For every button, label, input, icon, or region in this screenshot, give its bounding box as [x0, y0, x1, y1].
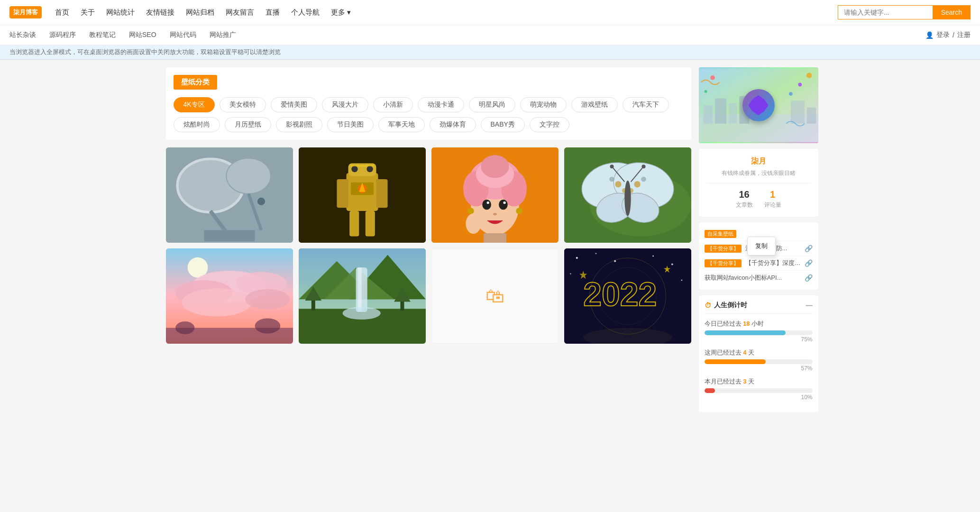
left-content: 壁纸分类 4K专区 美女模特 爱情美图 风漫大片 小清新 动漫卡通 明星风尚 萌…	[158, 67, 699, 412]
link-badge-1: 【千货分享】	[705, 245, 742, 253]
sidebar-link-0[interactable]: 自采集壁纸 复制	[705, 227, 813, 241]
nav-stats[interactable]: 网站统计	[106, 8, 135, 17]
svg-point-83	[681, 280, 682, 281]
tag-celebrity[interactable]: 明星风尚	[469, 97, 515, 112]
tag-car[interactable]: 汽车天下	[623, 97, 669, 112]
svg-rect-11	[376, 179, 387, 208]
marquee-text: 当浏览器进入全屏模式，可在桌面浏览器的画面设置中关闭放大功能，双箱箱设置平稳可以…	[9, 48, 281, 56]
tag-calendar[interactable]: 月历壁纸	[225, 117, 271, 132]
countdown-icon: ⏱	[705, 302, 711, 309]
second-nav-seo[interactable]: 网站SEO	[129, 31, 156, 39]
tag-movie[interactable]: 影视剧照	[276, 117, 322, 132]
tag-fresh[interactable]: 小清新	[373, 97, 413, 112]
tag-pet[interactable]: 萌宠动物	[520, 97, 567, 112]
user-name: 柒月	[706, 156, 811, 166]
tag-sports[interactable]: 劲爆体育	[430, 117, 476, 132]
register-link[interactable]: 注册	[957, 31, 971, 39]
image-card-clouds[interactable]	[166, 248, 293, 344]
sidebar-link-3[interactable]: 获取网站favicon小图标API... 🔗	[705, 271, 813, 285]
svg-point-43	[615, 181, 621, 187]
image-card-placeholder[interactable]: 🛍	[431, 248, 559, 344]
svg-point-71	[342, 307, 380, 320]
tag-love[interactable]: 爱情美图	[271, 97, 317, 112]
articles-stat: 16 文章数	[736, 189, 753, 209]
countdown-today-label: 今日已经过去 18 小时	[705, 320, 813, 328]
login-link[interactable]: 登录	[936, 31, 950, 39]
svg-rect-17	[350, 165, 373, 167]
nav-message[interactable]: 网友留言	[226, 8, 254, 17]
second-nav-source[interactable]: 源码程序	[49, 31, 76, 39]
tag-beauty[interactable]: 美女模特	[220, 97, 266, 112]
context-copy[interactable]: 复制	[748, 239, 775, 253]
svg-point-47	[609, 177, 614, 182]
svg-point-35	[516, 208, 522, 214]
chevron-down-icon: ▾	[347, 8, 351, 17]
main-layout: 壁纸分类 4K专区 美女模特 爱情美图 风漫大片 小清新 动漫卡通 明星风尚 萌…	[158, 60, 822, 420]
tag-text[interactable]: 文字控	[530, 117, 569, 132]
image-card-stars2022[interactable]: 2022	[564, 248, 691, 344]
countdown-today: 今日已经过去 18 小时 75%	[705, 320, 813, 343]
progress-month	[705, 388, 715, 393]
svg-point-100	[704, 90, 707, 93]
countdown-dash: —	[806, 302, 813, 309]
countdown-month: 本月已经过去 3 天 10%	[705, 377, 813, 401]
tag-baby[interactable]: BABY秀	[481, 117, 525, 132]
svg-point-78	[595, 253, 596, 254]
link-text-2: 【千货分享】深度解析高防...	[745, 259, 801, 267]
image-card-waterfall[interactable]	[299, 248, 426, 344]
search-input[interactable]	[838, 5, 933, 19]
svg-rect-72	[311, 299, 315, 311]
image-card-butterfly[interactable]	[564, 147, 691, 243]
progress-month-pct: 10%	[705, 394, 813, 401]
comments-count: 1	[764, 189, 781, 200]
search-button[interactable]: Search	[933, 5, 971, 19]
tag-cartoon[interactable]: 动漫卡通	[418, 97, 464, 112]
countdown-week-label: 这周已经过去 4 天	[705, 348, 813, 357]
nav-more[interactable]: 更多 ▾	[331, 8, 351, 17]
svg-point-45	[634, 181, 640, 187]
nav-personal[interactable]: 个人导航	[291, 8, 320, 17]
nav-archive[interactable]: 网站归档	[186, 8, 214, 17]
tag-anime-movie[interactable]: 风漫大片	[322, 97, 368, 112]
user-icon: 👤	[925, 31, 934, 39]
user-stats: 16 文章数 1 评论量	[706, 183, 811, 209]
svg-rect-70	[357, 267, 361, 312]
nav-about[interactable]: 关于	[81, 8, 95, 17]
tag-game[interactable]: 游戏壁纸	[571, 97, 618, 112]
site-logo[interactable]: 柒月博客	[9, 6, 42, 18]
tag-cool[interactable]: 炫酷时尚	[174, 117, 220, 132]
articles-label: 文章数	[736, 201, 753, 209]
category-title: 壁纸分类	[174, 75, 217, 90]
nav-friends[interactable]: 友情链接	[146, 8, 174, 17]
tag-holiday[interactable]: 节日美图	[327, 117, 374, 132]
second-nav-code[interactable]: 网站代码	[170, 31, 196, 39]
nav-home[interactable]: 首页	[55, 8, 69, 17]
svg-point-98	[710, 75, 715, 80]
second-nav-zatan[interactable]: 站长杂谈	[9, 31, 36, 39]
second-nav-tutorial[interactable]: 教程笔记	[89, 31, 116, 39]
comments-stat: 1 评论量	[764, 189, 781, 209]
svg-point-32	[493, 213, 496, 215]
tag-military[interactable]: 军事天地	[378, 117, 425, 132]
svg-rect-93	[714, 98, 726, 123]
svg-point-59	[182, 288, 251, 316]
svg-point-60	[245, 289, 290, 310]
second-nav: 站长杂谈 源码程序 教程笔记 网站SEO 网站代码 网站推广 👤 登录 / 注册	[0, 25, 980, 45]
svg-rect-94	[729, 103, 737, 124]
nav-live[interactable]: 直播	[266, 8, 280, 17]
image-card-robot[interactable]	[299, 147, 426, 243]
svg-point-29	[499, 200, 508, 210]
chain-icon-2: 🔗	[805, 259, 813, 267]
link-text-3: 获取网站favicon小图标API...	[705, 274, 801, 282]
sidebar-link-2[interactable]: 【千货分享】 【千货分享】深度解析高防... 🔗	[705, 256, 813, 271]
svg-rect-13	[365, 211, 375, 237]
tag-4k[interactable]: 4K专区	[174, 97, 215, 112]
chain-icon-3: 🔗	[805, 274, 813, 282]
svg-point-99	[798, 83, 802, 87]
image-card-woman[interactable]	[431, 147, 559, 243]
image-card-satellite[interactable]	[166, 147, 293, 243]
svg-point-15	[351, 166, 357, 172]
second-nav-promo[interactable]: 网站推广	[210, 31, 236, 39]
auth-area: 👤 登录 / 注册	[925, 31, 971, 39]
svg-point-4	[226, 158, 271, 194]
